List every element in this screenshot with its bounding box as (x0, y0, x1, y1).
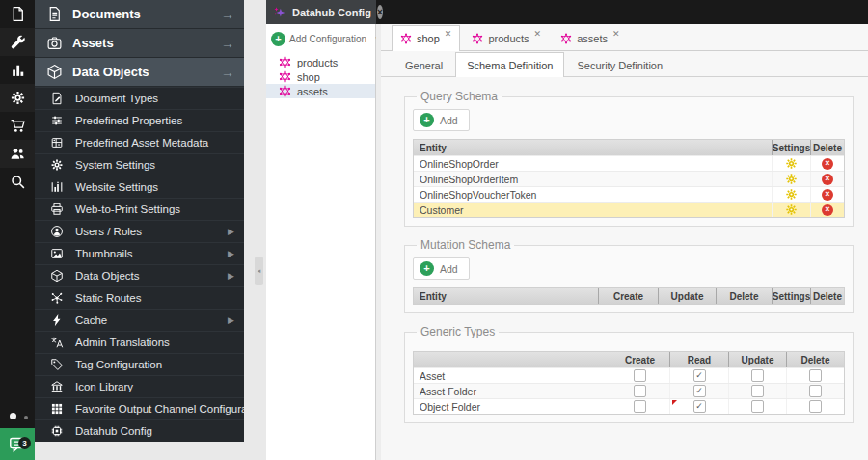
submenu-item-label: Thumbnails (75, 248, 216, 259)
delete-checkbox[interactable] (809, 400, 822, 413)
tools-nav-button[interactable] (0, 28, 35, 56)
read-checkbox[interactable]: ✓ (693, 369, 706, 382)
column-header-entity[interactable]: Entity (414, 288, 598, 304)
query-schema-grid: Entity Settings Delete OnlineShopOrder ×… (413, 139, 845, 218)
graphql-icon (400, 33, 412, 44)
column-header-create[interactable]: Create (598, 288, 658, 304)
documents-nav-button[interactable] (0, 0, 35, 28)
submenu-item-predefined-properties[interactable]: Predefined Properties (35, 109, 244, 131)
settings-gear-icon[interactable] (785, 157, 798, 170)
settings-gear-icon[interactable] (785, 203, 798, 216)
update-checkbox[interactable] (751, 385, 764, 397)
create-checkbox[interactable] (634, 369, 646, 382)
submenu-item-favorite-output-channel-configurations[interactable]: Favorite Output Channel Configurations (35, 397, 244, 419)
users-nav-button[interactable] (0, 140, 35, 168)
delete-row-icon[interactable]: × (822, 189, 833, 201)
submenu-item-static-routes[interactable]: Static Routes (35, 286, 244, 309)
tab-label: Schema Definition (467, 60, 553, 71)
column-header-settings[interactable]: Settings (772, 288, 810, 304)
tab-schema-definition[interactable]: Schema Definition (455, 52, 564, 77)
type-label-cell: Object Folder (414, 399, 610, 414)
submenu-expand-icon: ▶ (228, 271, 234, 281)
table-row[interactable]: OnlineShopOrderItem × (414, 171, 844, 186)
submenu-item-data-objects[interactable]: Data Objects ▶ (35, 264, 244, 286)
tree-item-assets[interactable]: assets (266, 84, 375, 98)
tree-item-shop[interactable]: shop (266, 69, 375, 84)
submenu-item-datahub-config[interactable]: Datahub Config (35, 419, 244, 442)
search-nav-button[interactable] (0, 168, 35, 196)
add-configuration-button[interactable]: + Add Configuration ▼ (271, 32, 382, 46)
read-checkbox[interactable]: ✓ (693, 400, 706, 413)
tab-general[interactable]: General (394, 54, 453, 76)
submenu-item-tag-configuration[interactable]: Tag Configuration (35, 353, 244, 375)
submenu-item-label: Data Objects (75, 270, 216, 282)
table-row[interactable]: OnlineShopVoucherToken × (414, 186, 844, 202)
column-header-delete[interactable]: Delete (810, 288, 844, 304)
submenu-item-system-settings[interactable]: System Settings (35, 153, 244, 176)
menu-item-data-objects[interactable]: Data Objects → (35, 58, 244, 87)
create-checkbox[interactable] (634, 400, 646, 413)
query-schema-add-button[interactable]: + Add (413, 109, 470, 131)
update-checkbox[interactable] (751, 369, 764, 382)
tree-item-label: products (297, 57, 338, 68)
column-header-settings[interactable]: Settings (772, 140, 810, 155)
ecommerce-nav-button[interactable] (0, 112, 35, 140)
column-header-update[interactable]: Update (658, 288, 716, 304)
table-row-asset-folder[interactable]: Asset Folder ✓ (414, 383, 844, 398)
close-tab-icon[interactable]: ✕ (445, 29, 452, 39)
tab-products[interactable]: products ✕ (464, 27, 549, 50)
table-row[interactable]: OnlineShopOrder × (414, 155, 844, 171)
submenu-item-website-settings[interactable]: Website Settings (35, 176, 244, 198)
tab-assets[interactable]: assets ✕ (553, 27, 627, 50)
submenu-item-thumbnails[interactable]: Thumbnails ▶ (35, 242, 244, 264)
gear-icon (50, 158, 64, 172)
submenu-item-document-types[interactable]: Document Types (35, 87, 244, 109)
menu-item-documents[interactable]: Documents → (35, 0, 244, 29)
column-header-delete[interactable]: Delete (786, 352, 844, 367)
table-row-selected[interactable]: Customer × (414, 202, 844, 217)
chat-button[interactable]: 3 (0, 428, 35, 460)
submenu-item-icon-library[interactable]: Icon Library (35, 375, 244, 397)
column-header-read[interactable]: Read (669, 352, 728, 367)
delete-checkbox[interactable] (809, 385, 822, 397)
tab-security-definition[interactable]: Security Definition (566, 54, 673, 76)
submenu-item-users-roles[interactable]: Users / Roles ▶ (35, 220, 244, 242)
tree-item-products[interactable]: products (266, 55, 375, 69)
menu-item-assets[interactable]: Assets → (35, 29, 244, 58)
table-row-object-folder[interactable]: Object Folder ✓ (414, 398, 844, 414)
submenu-item-predefined-asset-metadata[interactable]: Predefined Asset Metadata (35, 131, 244, 153)
column-header-create[interactable]: Create (610, 352, 669, 367)
page-edit-icon (50, 92, 64, 105)
column-header-entity[interactable]: Entity (414, 140, 772, 155)
panel-gap: ◂ (244, 0, 266, 460)
submenu-item-cache[interactable]: Cache ▶ (35, 309, 244, 331)
settings-gear-icon[interactable] (785, 188, 798, 201)
chip-icon (50, 424, 64, 438)
tab-shop[interactable]: shop ✕ (392, 25, 460, 51)
update-checkbox[interactable] (751, 400, 764, 413)
submenu-item-web-to-print-settings[interactable]: Web-to-Print Settings (35, 198, 244, 220)
create-checkbox[interactable] (634, 385, 646, 397)
delete-row-icon[interactable]: × (822, 158, 833, 170)
column-header-update[interactable]: Update (728, 352, 786, 367)
delete-row-icon[interactable]: × (822, 174, 833, 185)
definition-tab-bar: General Schema Definition Security Defin… (381, 51, 868, 77)
reports-nav-button[interactable] (0, 56, 35, 84)
close-tab-icon[interactable]: ✕ (534, 29, 542, 39)
read-checkbox[interactable]: ✓ (693, 385, 706, 397)
close-panel-icon[interactable]: × (377, 5, 383, 19)
configuration-tree: products shop assets (266, 55, 375, 98)
mutation-schema-add-button[interactable]: + Add (413, 257, 470, 280)
submenu-item-admin-translations[interactable]: Admin Translations (35, 331, 244, 353)
settings-nav-button[interactable] (0, 84, 35, 112)
column-header-delete[interactable]: Delete (716, 288, 772, 304)
delete-checkbox[interactable] (809, 369, 822, 382)
delete-row-icon[interactable]: × (822, 204, 833, 216)
settings-gear-icon[interactable] (785, 173, 798, 185)
collapse-panel-handle[interactable]: ◂ (255, 257, 263, 285)
column-header-delete[interactable]: Delete (810, 140, 844, 155)
menu-item-label: Data Objects (72, 65, 211, 79)
datahub-config-panel-tab[interactable]: Datahub Config × (266, 0, 376, 24)
close-tab-icon[interactable]: ✕ (612, 29, 620, 39)
table-row-asset[interactable]: Asset ✓ (414, 367, 844, 383)
